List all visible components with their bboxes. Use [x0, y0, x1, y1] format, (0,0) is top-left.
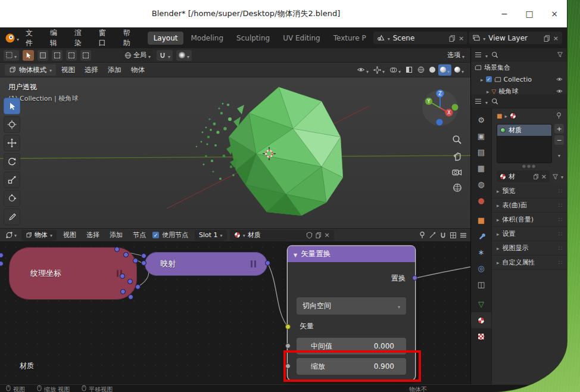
- transform-tool-button[interactable]: [4, 190, 20, 207]
- gizmos-dropdown[interactable]: [372, 64, 386, 76]
- navigation-gizmo[interactable]: Z Y X: [420, 87, 460, 126]
- outliner-row-scene-collection[interactable]: 场景集合: [471, 61, 567, 73]
- shader-menu-add[interactable]: 添加: [106, 231, 126, 239]
- search-icon[interactable]: [491, 98, 498, 105]
- scale-tool-button[interactable]: [4, 172, 20, 188]
- zoom-icon[interactable]: [452, 135, 462, 145]
- copy-material-icon[interactable]: [533, 173, 539, 179]
- pan-hand-icon[interactable]: [453, 151, 462, 161]
- mapping-output-socket[interactable]: [265, 260, 270, 266]
- collection-checkbox[interactable]: [486, 76, 492, 82]
- copy-material-icon[interactable]: [315, 232, 322, 238]
- shader-menu-view[interactable]: 视图: [60, 231, 80, 239]
- options-dropdown[interactable]: 选项: [445, 50, 467, 61]
- unlink-material-icon[interactable]: [541, 173, 547, 181]
- rotate-tool-button[interactable]: [4, 153, 20, 170]
- new-scene-icon[interactable]: [448, 35, 456, 42]
- vp-menu-object[interactable]: 物体: [127, 66, 149, 74]
- workspace-tab-sculpting[interactable]: Sculpting: [230, 32, 276, 45]
- node-texture-coordinate[interactable]: 纹理坐标: [9, 247, 137, 300]
- vector-input-socket[interactable]: [285, 324, 291, 329]
- ortho-grid-icon[interactable]: [453, 183, 462, 192]
- shader-menu-node[interactable]: 节点: [129, 231, 149, 239]
- select-mode-intersect-button[interactable]: [80, 50, 91, 61]
- output-socket[interactable]: [128, 294, 133, 300]
- expand-icon[interactable]: [487, 88, 489, 95]
- add-slot-button[interactable]: +: [554, 124, 564, 133]
- fake-user-shield-icon[interactable]: [306, 232, 313, 239]
- search-icon[interactable]: [491, 51, 498, 58]
- select-mode-subtract-button[interactable]: [66, 50, 77, 61]
- section-settings[interactable]: 设置: [492, 227, 567, 241]
- annotate-tool-button[interactable]: [4, 209, 20, 225]
- node-mapping[interactable]: 映射: [145, 252, 267, 276]
- section-viewport-display[interactable]: 视图显示: [492, 241, 567, 256]
- tab-view-layer[interactable]: ▦: [471, 160, 491, 176]
- workspace-tab-uvediting[interactable]: UV Editing: [277, 32, 326, 45]
- tab-texture[interactable]: [471, 328, 491, 344]
- close-button[interactable]: ×: [542, 0, 567, 27]
- material-slot-item[interactable]: 材质: [497, 125, 551, 136]
- overlay-toggle-icon[interactable]: [450, 232, 457, 239]
- pin-icon[interactable]: [419, 231, 426, 239]
- blender-logo-icon[interactable]: [5, 33, 15, 43]
- tab-world[interactable]: ●: [471, 192, 491, 209]
- menu-render[interactable]: 渲染: [69, 26, 92, 50]
- drag-grip-icon[interactable]: [559, 259, 562, 266]
- space-dropdown[interactable]: 切向空间: [297, 297, 406, 315]
- camera-view-icon[interactable]: [452, 168, 462, 176]
- tab-constraints[interactable]: ◫: [471, 276, 491, 293]
- node-header[interactable]: 矢量置换: [288, 246, 415, 262]
- displacement-output-socket[interactable]: [412, 275, 417, 281]
- workspace-tab-modeling[interactable]: Modeling: [185, 32, 229, 45]
- unlink-scene-icon[interactable]: [459, 34, 464, 42]
- menu-edit[interactable]: 编辑: [45, 26, 68, 50]
- material-data-field[interactable]: 材: [497, 170, 550, 182]
- tab-physics[interactable]: ◎: [471, 260, 491, 276]
- workspace-tab-texturepaint[interactable]: Texture P: [328, 32, 372, 45]
- input-socket[interactable]: [141, 253, 146, 259]
- scene-selector[interactable]: Scene: [373, 32, 468, 44]
- drag-grip-icon[interactable]: [559, 245, 562, 251]
- tab-object[interactable]: ■: [471, 212, 491, 228]
- shading-rendered-button[interactable]: [453, 64, 466, 76]
- output-socket[interactable]: [135, 284, 141, 290]
- shading-wireframe-button[interactable]: [416, 64, 426, 76]
- shading-material-button[interactable]: [438, 64, 451, 76]
- proportional-edit-button[interactable]: [176, 50, 192, 61]
- outliner-display-icon[interactable]: [475, 52, 482, 58]
- workspace-tab-layout[interactable]: Layout: [148, 32, 184, 45]
- section-preview[interactable]: 预览: [492, 184, 567, 198]
- output-socket[interactable]: [127, 279, 133, 284]
- input-socket[interactable]: [141, 260, 146, 266]
- menu-file[interactable]: 文件: [20, 26, 43, 50]
- output-socket[interactable]: [133, 258, 138, 263]
- active-tool-button[interactable]: [23, 50, 34, 61]
- section-custom-properties[interactable]: 自定义属性: [492, 256, 567, 270]
- remove-view-layer-icon[interactable]: [553, 34, 559, 42]
- tab-modifiers[interactable]: [471, 228, 491, 244]
- minimize-button[interactable]: −: [492, 0, 517, 27]
- snap-button[interactable]: [157, 50, 173, 61]
- snap-magnet-icon[interactable]: [439, 232, 447, 239]
- drag-grip-icon[interactable]: [559, 216, 562, 223]
- unlink-material-icon[interactable]: [324, 231, 329, 239]
- new-view-layer-icon[interactable]: [543, 35, 550, 42]
- outliner-row-object[interactable]: ▽ 棱角球: [471, 85, 567, 94]
- parent-arrows-icon[interactable]: [429, 231, 436, 239]
- vp-menu-select[interactable]: 选择: [80, 66, 102, 74]
- list-resize-grip[interactable]: ●●●: [492, 163, 567, 169]
- move-tool-button[interactable]: [4, 135, 20, 151]
- output-socket[interactable]: [120, 273, 125, 279]
- eye-icon[interactable]: [556, 88, 563, 94]
- slot-dropdown[interactable]: Slot 1: [195, 230, 227, 241]
- maximize-button[interactable]: □: [517, 0, 542, 27]
- collapse-triangle-icon[interactable]: [294, 250, 297, 259]
- drag-grip-icon[interactable]: [559, 231, 562, 237]
- midlevel-input-socket[interactable]: [285, 343, 291, 349]
- drag-grip-icon[interactable]: [559, 188, 562, 194]
- tab-render[interactable]: ▣: [471, 128, 491, 144]
- menu-help[interactable]: 帮助: [118, 26, 141, 50]
- view-layer-selector[interactable]: View Layer: [469, 32, 562, 44]
- editor-type-button[interactable]: [4, 229, 18, 241]
